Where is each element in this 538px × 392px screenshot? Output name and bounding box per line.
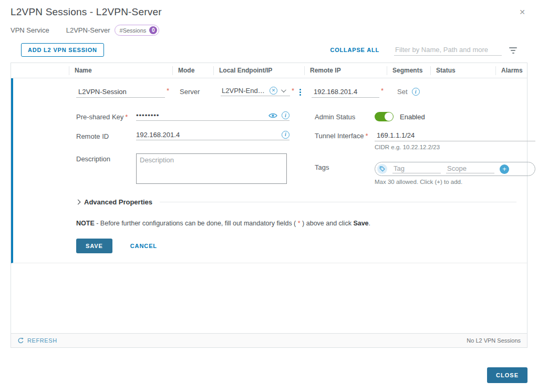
column-mode: Mode	[172, 66, 213, 75]
column-status: Status	[430, 66, 495, 75]
remote-ip-cell: *	[304, 87, 387, 98]
local-endpoint-cell: L2VPN-Endp... ✕ *	[213, 87, 304, 96]
admin-status-value: Enabled	[400, 113, 425, 121]
required-asterisk: *	[167, 87, 169, 96]
chevron-right-icon	[76, 200, 81, 205]
required-asterisk: *	[365, 132, 368, 140]
column-alarms: Alarms	[495, 66, 527, 75]
remote-ip-input[interactable]	[312, 87, 379, 98]
local-endpoint-value: L2VPN-Endp...	[222, 87, 267, 95]
divider	[160, 202, 516, 202]
tag-icon	[377, 164, 387, 174]
column-local-endpoint: Local Endpoint/IP	[213, 66, 304, 75]
description-label: Description	[76, 153, 136, 163]
save-button[interactable]: SAVE	[76, 239, 112, 253]
mode-cell: Server	[172, 87, 213, 96]
name-cell: *	[69, 87, 172, 98]
column-segments: Segments	[387, 66, 430, 75]
show-password-eye-icon[interactable]	[268, 112, 277, 119]
refresh-icon	[17, 337, 24, 344]
column-expander	[11, 66, 69, 75]
tags-label: Tags	[315, 162, 375, 171]
sessions-count-badge: #Sessions 0	[115, 25, 160, 36]
tunnel-interface-helper: CIDR e.g. 10.22.12.2/23	[375, 144, 535, 150]
sessions-badge-count: 0	[149, 26, 157, 34]
add-l2vpn-session-button[interactable]: ADD L2 VPN SESSION	[21, 43, 104, 57]
info-icon[interactable]: i	[282, 111, 289, 119]
chevron-down-icon[interactable]	[281, 87, 286, 92]
scope-input[interactable]	[446, 164, 494, 173]
close-button[interactable]: CLOSE	[487, 367, 527, 383]
table-footer: REFRESH No L2 VPN Sessions	[11, 333, 527, 347]
segments-cell: Set i	[387, 87, 527, 96]
required-asterisk: *	[125, 113, 128, 121]
no-sessions-status: No L2 VPN Sessions	[467, 337, 521, 344]
advanced-properties-toggle[interactable]: Advanced Properties	[76, 198, 516, 206]
required-asterisk: *	[381, 87, 384, 96]
cancel-button[interactable]: CANCEL	[130, 243, 157, 249]
breadcrumb: VPN Service L2VPN-Server #Sessions 0	[11, 25, 527, 36]
info-icon[interactable]: i	[282, 131, 289, 139]
refresh-button[interactable]: REFRESH	[17, 337, 57, 344]
admin-status-toggle[interactable]	[375, 112, 394, 121]
filter-input[interactable]	[394, 44, 502, 56]
preshared-key-input[interactable]	[136, 111, 264, 119]
session-edit-row: * Server L2VPN-Endp... ✕ * *	[11, 78, 527, 263]
admin-status-label: Admin Status	[315, 111, 375, 121]
local-endpoint-dropdown[interactable]: L2VPN-Endp... ✕	[221, 87, 290, 96]
note-text: NOTE - Before further configurations can…	[76, 220, 516, 227]
clear-selection-icon[interactable]: ✕	[270, 87, 277, 95]
collapse-all-button[interactable]: COLLAPSE ALL	[330, 47, 379, 53]
tunnel-interface-input[interactable]	[375, 130, 535, 141]
tags-helper: Max 30 allowed. Click (+) to add.	[375, 179, 535, 185]
advanced-properties-label: Advanced Properties	[84, 198, 152, 206]
table-empty-area	[11, 263, 527, 333]
required-asterisk: *	[292, 87, 294, 96]
add-tag-button[interactable]: +	[500, 164, 509, 174]
column-remote-ip: Remote IP	[304, 66, 387, 75]
form-left-column: Pre-shared Key* i	[76, 111, 302, 195]
sessions-badge-label: #Sessions	[120, 27, 147, 34]
refresh-label: REFRESH	[27, 337, 57, 344]
breadcrumb-server-name: L2VPN-Server	[66, 26, 110, 34]
page-title: L2VPN Sessions - L2VPN-Server	[11, 6, 162, 18]
remote-id-label: Remote ID	[76, 131, 136, 140]
kebab-menu-icon[interactable]	[299, 89, 301, 96]
session-name-input[interactable]	[76, 87, 165, 98]
remote-id-input[interactable]	[136, 131, 277, 139]
segments-set-link[interactable]: Set	[397, 88, 408, 96]
preshared-key-label: Pre-shared Key*	[76, 111, 136, 122]
l2vpn-sessions-dialog: L2VPN Sessions - L2VPN-Server ✕ VPN Serv…	[0, 0, 538, 392]
description-textarea[interactable]	[136, 153, 287, 184]
sessions-table: Name Mode Local Endpoint/IP Remote IP Se…	[11, 63, 527, 348]
close-icon[interactable]: ✕	[519, 8, 525, 16]
info-icon[interactable]: i	[412, 88, 420, 96]
filter-icon[interactable]	[509, 46, 517, 54]
breadcrumb-vpn-service: VPN Service	[11, 26, 49, 34]
tag-input[interactable]	[392, 164, 441, 173]
form-actions: SAVE CANCEL	[76, 239, 516, 253]
toolbar: ADD L2 VPN SESSION COLLAPSE ALL	[11, 43, 527, 57]
table-header-row: Name Mode Local Endpoint/IP Remote IP Se…	[11, 63, 527, 78]
edit-row-main-fields: * Server L2VPN-Endp... ✕ * *	[13, 87, 527, 98]
form-right-column: Admin Status Enabled Tunnel Interface*	[315, 111, 535, 195]
dialog-header: L2VPN Sessions - L2VPN-Server ✕ VPN Serv…	[0, 0, 538, 57]
tags-input-group: +	[375, 162, 535, 176]
mode-value: Server	[180, 87, 200, 96]
session-form-body: Pre-shared Key* i	[76, 111, 516, 195]
tunnel-interface-label: Tunnel Interface*	[315, 130, 375, 141]
column-name: Name	[69, 66, 172, 75]
